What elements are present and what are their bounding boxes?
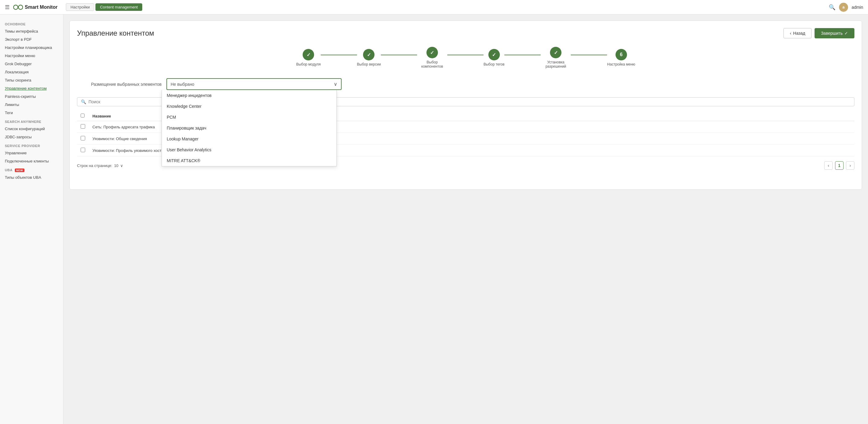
- sidebar-item-scoring-types[interactable]: Типы скоринга: [0, 76, 63, 84]
- tab-settings[interactable]: Настройки: [66, 3, 94, 11]
- step-circle-1: ✓: [303, 49, 314, 60]
- page-number[interactable]: 1: [835, 161, 843, 170]
- step-label-3: Выбор компонентов: [417, 60, 447, 68]
- sidebar: ОСНОВНОЕ Темы интерфейса Экспорт в PDF Н…: [0, 14, 63, 424]
- step-circle-2: ✓: [363, 49, 374, 60]
- sidebar-item-config-list[interactable]: Список конфигураций: [0, 125, 63, 133]
- sidebar-item-painless-scripts[interactable]: Painless-скрипты: [0, 92, 63, 100]
- sidebar-item-menu-settings[interactable]: Настройки меню: [0, 52, 63, 60]
- topbar-left: ☰ Smart Monitor Настройки Content manage…: [5, 3, 142, 11]
- sidebar-item-connected-clients[interactable]: Подключенные клиенты: [0, 157, 63, 165]
- back-button[interactable]: ‹ Назад: [783, 28, 811, 38]
- layout: ОСНОВНОЕ Темы интерфейса Экспорт в PDF Н…: [0, 14, 868, 424]
- row2-checkbox-cell: [77, 133, 89, 145]
- placement-label: Размещение выбранных элементов: [77, 82, 162, 87]
- dropdown-item-task-scheduler[interactable]: Планировщик задач: [162, 123, 336, 133]
- avatar: a: [839, 3, 848, 12]
- step-6: 6 Настройка меню: [607, 49, 635, 66]
- logo-icon: [13, 4, 23, 10]
- row3-checkbox[interactable]: [81, 148, 85, 152]
- sidebar-item-limits[interactable]: Лимиты: [0, 100, 63, 109]
- step-label-4: Выбор тегов: [484, 62, 504, 66]
- step-line-1: [321, 55, 357, 55]
- stepper: ✓ Выбор модуля ✓ Выбор версии ✓ Выбор ко…: [77, 47, 855, 68]
- sidebar-item-jdbc-queries[interactable]: JDBC-запросы: [0, 133, 63, 141]
- step-line-2: [381, 55, 417, 55]
- step-5: ✓ Установка разрешений: [540, 47, 571, 68]
- sidebar-item-uba-object-types[interactable]: Типы объектов UBA: [0, 173, 63, 182]
- step-line-4: [504, 55, 540, 55]
- placement-row: Размещение выбранных элементов Не выбран…: [77, 78, 855, 90]
- chevron-down-icon: ∨: [334, 81, 337, 87]
- step-label-5: Установка разрешений: [540, 60, 571, 68]
- page-controls: ‹ 1 ›: [824, 161, 855, 170]
- finish-button[interactable]: Завершить ✓: [814, 28, 855, 38]
- sidebar-section-service-provider: SERVICE PROVIDER: [0, 141, 63, 149]
- step-4: ✓ Выбор тегов: [484, 49, 504, 66]
- topbar-right: 🔍 a admin: [829, 3, 863, 12]
- logo: Smart Monitor: [13, 4, 57, 10]
- sidebar-item-themes[interactable]: Темы интерфейса: [0, 27, 63, 35]
- row1-checkbox-cell: [77, 121, 89, 133]
- placement-select[interactable]: Не выбрано ∨: [166, 78, 342, 90]
- svg-point-1: [19, 5, 23, 9]
- page-title: Управление контентом: [77, 29, 154, 37]
- sidebar-item-grok-debugger[interactable]: Grok Debugger: [0, 60, 63, 68]
- dropdown-item-mitre[interactable]: MITRE ATT&CK®: [162, 155, 336, 166]
- step-label-2: Выбор версии: [357, 62, 381, 66]
- prev-page-button[interactable]: ‹: [824, 161, 833, 170]
- dropdown-item-incident-manager[interactable]: Менеджер инцидентов: [162, 90, 336, 101]
- step-circle-3: ✓: [427, 47, 438, 58]
- sidebar-section-uba: UBA NEW: [0, 165, 63, 173]
- dropdown-item-knowledge-center[interactable]: Knowledge Center: [162, 101, 336, 112]
- search-icon[interactable]: 🔍: [829, 4, 835, 10]
- rows-per-page-value: 10: [114, 163, 118, 168]
- row3-checkbox-cell: [77, 145, 89, 156]
- dropdown-item-pcm[interactable]: РСМ: [162, 112, 336, 123]
- select-all-checkbox[interactable]: [81, 114, 85, 118]
- dropdown-item-user-behavior[interactable]: User Behavior Analytics: [162, 144, 336, 155]
- nav-tabs: Настройки Content management: [66, 3, 142, 11]
- row2-checkbox[interactable]: [81, 136, 85, 141]
- next-page-button[interactable]: ›: [846, 161, 855, 170]
- card-actions: ‹ Назад Завершить ✓: [783, 28, 855, 38]
- row1-checkbox[interactable]: [81, 124, 85, 129]
- sidebar-item-export-pdf[interactable]: Экспорт в PDF: [0, 35, 63, 43]
- step-line-3: [447, 55, 484, 55]
- step-circle-6: 6: [616, 49, 627, 60]
- placement-value: Не выбрано: [170, 82, 194, 87]
- rows-per-page-arrow: ∨: [120, 163, 123, 168]
- topbar: ☰ Smart Monitor Настройки Content manage…: [0, 0, 868, 14]
- step-3: ✓ Выбор компонентов: [417, 47, 447, 68]
- sidebar-item-management[interactable]: Управление: [0, 149, 63, 157]
- step-2: ✓ Выбор версии: [357, 49, 381, 66]
- step-1: ✓ Выбор модуля: [296, 49, 321, 66]
- app-title: Smart Monitor: [25, 4, 57, 10]
- dropdown-item-lookup-manager[interactable]: Lookup Manager: [162, 133, 336, 144]
- step-label-1: Выбор модуля: [296, 62, 321, 66]
- card-header: Управление контентом ‹ Назад Завершить ✓: [77, 28, 855, 38]
- sidebar-section-osnovnoe: ОСНОВНОЕ: [0, 19, 63, 27]
- search-icon: 🔍: [81, 99, 86, 104]
- sidebar-item-tags[interactable]: Теги: [0, 109, 63, 117]
- step-line-5: [571, 55, 607, 55]
- sidebar-item-content-management[interactable]: Управление контентом: [0, 84, 63, 92]
- svg-point-0: [13, 5, 18, 9]
- sidebar-section-search-anywhere: SEARCH ANYWHERE: [0, 117, 63, 125]
- rows-per-page[interactable]: Строк на странице: 10 ∨: [77, 163, 123, 168]
- main-content: Управление контентом ‹ Назад Завершить ✓…: [63, 14, 868, 424]
- sidebar-item-scheduler[interactable]: Настройки планировщика: [0, 43, 63, 52]
- step-circle-4: ✓: [488, 49, 500, 60]
- rows-per-page-label: Строк на странице:: [77, 163, 112, 168]
- uba-badge: NEW: [15, 169, 25, 172]
- step-circle-5: ✓: [550, 47, 561, 58]
- content-card: Управление контентом ‹ Назад Завершить ✓…: [69, 21, 862, 190]
- admin-label: admin: [852, 5, 863, 10]
- sidebar-item-localization[interactable]: Локализация: [0, 68, 63, 76]
- dropdown-menu: Менеджер инцидентов Knowledge Center РСМ…: [162, 90, 337, 166]
- hamburger-icon[interactable]: ☰: [5, 4, 10, 10]
- tab-content-management[interactable]: Content management: [95, 3, 142, 11]
- chevron-left-icon: ‹: [790, 31, 791, 36]
- step-label-6: Настройка меню: [607, 62, 635, 66]
- check-icon: ✓: [844, 31, 848, 36]
